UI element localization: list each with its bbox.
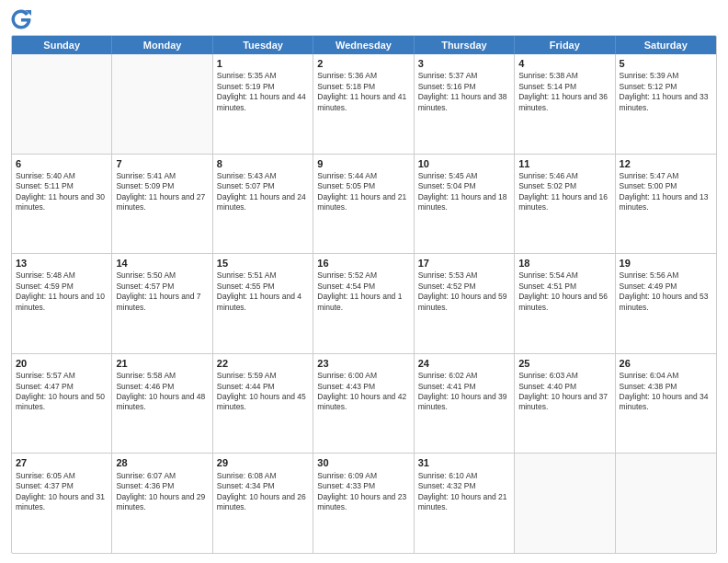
cal-cell: 5Sunrise: 5:39 AMSunset: 5:12 PMDaylight… [616, 54, 716, 154]
cal-cell: 27Sunrise: 6:05 AMSunset: 4:37 PMDayligh… [12, 454, 112, 553]
cell-text: Sunrise: 6:04 AMSunset: 4:38 PMDaylight:… [620, 371, 712, 413]
day-number: 14 [116, 257, 208, 270]
cal-cell: 20Sunrise: 5:57 AMSunset: 4:47 PMDayligh… [12, 354, 112, 454]
cal-cell: 16Sunrise: 5:52 AMSunset: 4:54 PMDayligh… [313, 254, 414, 353]
cell-text: Sunrise: 5:47 AMSunset: 5:00 PMDaylight:… [620, 171, 712, 213]
cal-cell: 11Sunrise: 5:46 AMSunset: 5:02 PMDayligh… [515, 155, 615, 254]
day-number: 25 [518, 357, 610, 370]
cell-text: Sunrise: 5:50 AMSunset: 4:57 PMDaylight:… [116, 270, 208, 313]
cal-header-monday: Monday [112, 36, 212, 54]
day-number: 13 [16, 257, 108, 270]
cal-header-friday: Friday [515, 36, 615, 54]
cell-text: Sunrise: 5:38 AMSunset: 5:14 PMDaylight:… [518, 71, 610, 113]
cell-text: Sunrise: 5:37 AMSunset: 5:16 PMDaylight:… [418, 71, 510, 113]
cal-header-sunday: Sunday [12, 36, 112, 54]
day-number: 15 [217, 257, 309, 270]
cell-text: Sunrise: 5:53 AMSunset: 4:52 PMDaylight:… [418, 270, 510, 313]
cell-text: Sunrise: 5:40 AMSunset: 5:11 PMDaylight:… [16, 171, 108, 213]
cal-cell: 4Sunrise: 5:38 AMSunset: 5:14 PMDaylight… [515, 54, 615, 154]
cal-cell: 10Sunrise: 5:45 AMSunset: 5:04 PMDayligh… [415, 155, 515, 254]
cal-cell: 7Sunrise: 5:41 AMSunset: 5:09 PMDaylight… [112, 155, 212, 254]
logo [11, 9, 34, 29]
cell-text: Sunrise: 5:41 AMSunset: 5:09 PMDaylight:… [116, 171, 208, 213]
day-number: 17 [418, 257, 510, 270]
calendar-header: SundayMondayTuesdayWednesdayThursdayFrid… [12, 36, 716, 54]
cal-cell: 22Sunrise: 5:59 AMSunset: 4:44 PMDayligh… [213, 354, 313, 454]
cal-cell: 12Sunrise: 5:47 AMSunset: 5:00 PMDayligh… [616, 155, 716, 254]
cell-text: Sunrise: 6:05 AMSunset: 4:37 PMDaylight:… [16, 471, 108, 513]
cal-cell: 24Sunrise: 6:02 AMSunset: 4:41 PMDayligh… [415, 354, 515, 454]
cal-header-saturday: Saturday [616, 36, 716, 54]
cal-cell: 1Sunrise: 5:35 AMSunset: 5:19 PMDaylight… [213, 54, 313, 154]
cal-header-thursday: Thursday [415, 36, 515, 54]
cal-cell: 14Sunrise: 5:50 AMSunset: 4:57 PMDayligh… [112, 254, 212, 353]
cell-text: Sunrise: 6:03 AMSunset: 4:40 PMDaylight:… [518, 371, 610, 413]
cell-text: Sunrise: 5:35 AMSunset: 5:19 PMDaylight:… [217, 71, 309, 113]
cal-week-1: 6Sunrise: 5:40 AMSunset: 5:11 PMDaylight… [12, 155, 716, 255]
header [11, 9, 717, 29]
cell-text: Sunrise: 6:10 AMSunset: 4:32 PMDaylight:… [418, 471, 510, 513]
cal-cell: 26Sunrise: 6:04 AMSunset: 4:38 PMDayligh… [616, 354, 716, 454]
cal-cell: 18Sunrise: 5:54 AMSunset: 4:51 PMDayligh… [515, 254, 615, 353]
cell-text: Sunrise: 6:00 AMSunset: 4:43 PMDaylight:… [317, 371, 409, 413]
cell-text: Sunrise: 5:54 AMSunset: 4:51 PMDaylight:… [518, 270, 610, 313]
day-number: 18 [518, 257, 610, 270]
cell-text: Sunrise: 5:59 AMSunset: 4:44 PMDaylight:… [217, 371, 309, 413]
cal-cell: 21Sunrise: 5:58 AMSunset: 4:46 PMDayligh… [112, 354, 212, 454]
cell-text: Sunrise: 5:52 AMSunset: 4:54 PMDaylight:… [317, 270, 409, 313]
cal-week-2: 13Sunrise: 5:48 AMSunset: 4:59 PMDayligh… [12, 254, 716, 354]
day-number: 29 [217, 456, 309, 469]
day-number: 19 [620, 257, 712, 270]
day-number: 6 [16, 157, 108, 170]
logo-icon [11, 9, 31, 29]
cell-text: Sunrise: 5:48 AMSunset: 4:59 PMDaylight:… [16, 270, 108, 313]
day-number: 3 [418, 57, 510, 70]
day-number: 24 [418, 357, 510, 370]
day-number: 28 [116, 456, 208, 469]
calendar-body: 1Sunrise: 5:35 AMSunset: 5:19 PMDaylight… [12, 54, 716, 553]
cal-cell: 15Sunrise: 5:51 AMSunset: 4:55 PMDayligh… [213, 254, 313, 353]
day-number: 22 [217, 357, 309, 370]
cell-text: Sunrise: 5:46 AMSunset: 5:02 PMDaylight:… [518, 171, 610, 213]
cal-cell [515, 454, 615, 553]
day-number: 5 [620, 57, 712, 70]
day-number: 30 [317, 456, 409, 469]
cell-text: Sunrise: 5:39 AMSunset: 5:12 PMDaylight:… [620, 71, 712, 113]
day-number: 4 [518, 57, 610, 70]
cal-header-wednesday: Wednesday [313, 36, 414, 54]
day-number: 2 [317, 57, 409, 70]
cal-cell: 6Sunrise: 5:40 AMSunset: 5:11 PMDaylight… [12, 155, 112, 254]
day-number: 16 [317, 257, 409, 270]
cal-cell: 30Sunrise: 6:09 AMSunset: 4:33 PMDayligh… [313, 454, 414, 553]
cell-text: Sunrise: 6:02 AMSunset: 4:41 PMDaylight:… [418, 371, 510, 413]
cal-cell [112, 54, 212, 154]
day-number: 27 [16, 456, 108, 469]
day-number: 8 [217, 157, 309, 170]
cal-cell: 29Sunrise: 6:08 AMSunset: 4:34 PMDayligh… [213, 454, 313, 553]
cal-cell: 28Sunrise: 6:07 AMSunset: 4:36 PMDayligh… [112, 454, 212, 553]
day-number: 11 [518, 157, 610, 170]
cell-text: Sunrise: 5:45 AMSunset: 5:04 PMDaylight:… [418, 171, 510, 213]
cell-text: Sunrise: 5:56 AMSunset: 4:49 PMDaylight:… [620, 270, 712, 313]
day-number: 20 [16, 357, 108, 370]
cal-cell: 17Sunrise: 5:53 AMSunset: 4:52 PMDayligh… [415, 254, 515, 353]
day-number: 7 [116, 157, 208, 170]
cell-text: Sunrise: 6:07 AMSunset: 4:36 PMDaylight:… [116, 471, 208, 513]
cal-week-0: 1Sunrise: 5:35 AMSunset: 5:19 PMDaylight… [12, 54, 716, 155]
day-number: 31 [418, 456, 510, 469]
day-number: 1 [217, 57, 309, 70]
day-number: 10 [418, 157, 510, 170]
cell-text: Sunrise: 5:58 AMSunset: 4:46 PMDaylight:… [116, 371, 208, 413]
page: SundayMondayTuesdayWednesdayThursdayFrid… [0, 0, 728, 563]
cell-text: Sunrise: 6:08 AMSunset: 4:34 PMDaylight:… [217, 471, 309, 513]
day-number: 23 [317, 357, 409, 370]
cell-text: Sunrise: 5:36 AMSunset: 5:18 PMDaylight:… [317, 71, 409, 113]
cell-text: Sunrise: 5:44 AMSunset: 5:05 PMDaylight:… [317, 171, 409, 213]
cell-text: Sunrise: 5:51 AMSunset: 4:55 PMDaylight:… [217, 270, 309, 313]
cell-text: Sunrise: 5:43 AMSunset: 5:07 PMDaylight:… [217, 171, 309, 213]
cal-cell [616, 454, 716, 553]
day-number: 9 [317, 157, 409, 170]
cal-cell: 3Sunrise: 5:37 AMSunset: 5:16 PMDaylight… [415, 54, 515, 154]
day-number: 26 [620, 357, 712, 370]
cal-cell: 8Sunrise: 5:43 AMSunset: 5:07 PMDaylight… [213, 155, 313, 254]
